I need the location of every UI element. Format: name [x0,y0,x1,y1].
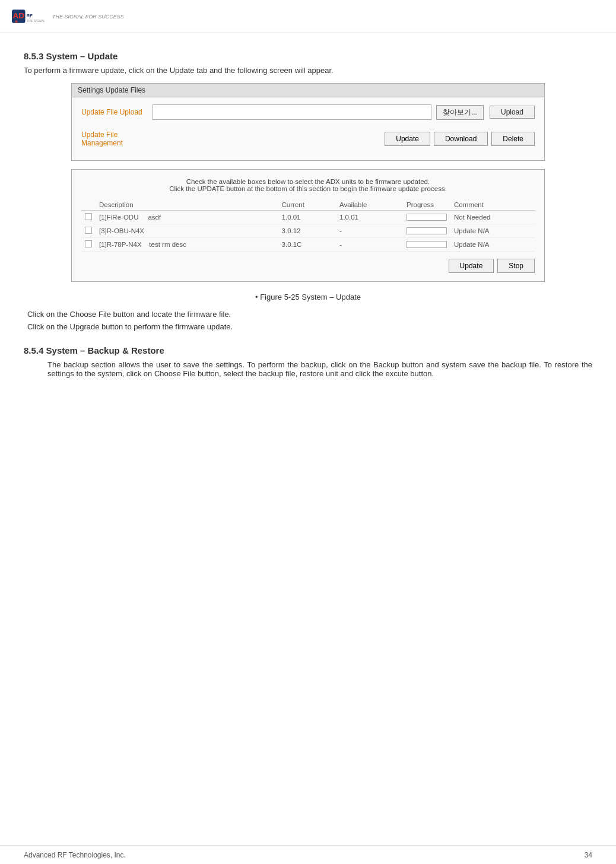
row2-comment: Update N/A [450,224,535,238]
row1-progress [403,211,450,224]
firmware-table-body: [1]FiRe-ODU asdf 1.0.01 1.0.01 Not Neede… [81,211,535,252]
row1-checkbox-cell [81,211,96,224]
row2-progress [403,224,450,238]
table-row: [1]FiRe-ODU asdf 1.0.01 1.0.01 Not Neede… [81,211,535,224]
firmware-bottom-buttons: Update Stop [81,259,535,273]
col-current: Current [278,199,336,211]
page-footer: Advanced RF Technologies, Inc. 34 [0,846,616,864]
col-progress: Progress [403,199,450,211]
row1-current: 1.0.01 [278,211,336,224]
col-checkbox [81,199,96,211]
file-input-area: 찾아보기... [153,104,484,120]
management-buttons: Update Download Delete [385,132,535,146]
row1-available: 1.0.01 [336,211,403,224]
firmware-instruction-2: Click the UPDATE button at the bottom of… [81,185,535,192]
row2-checkbox-cell [81,224,96,238]
row1-comment: Not Needed [450,211,535,224]
row3-name: [1]R-78P-N4X test rm desc [96,238,278,252]
delete-button[interactable]: Delete [491,132,535,146]
row1-progress-bar [407,214,447,221]
firmware-table: Description Current Available Progress C… [81,199,535,252]
firmware-instructions: Check the available boxes below to selec… [81,178,535,192]
section-854: 8.5.4 System – Backup & Restore The back… [24,345,592,378]
footer-page: 34 [585,851,592,859]
row3-available: - [336,238,403,252]
management-label: Update FileManagement [81,131,147,147]
firmware-update-button[interactable]: Update [449,259,494,273]
section-854-heading: 8.5.4 System – Backup & Restore [24,345,592,355]
section-854-body: The backup section allows the user to sa… [47,360,592,378]
svg-text:RF: RF [27,13,33,18]
row3-checkbox-cell [81,238,96,252]
row3-checkbox[interactable] [85,240,92,247]
file-input[interactable] [153,104,431,120]
browse-button[interactable]: 찾아보기... [436,105,484,120]
adrf-logo: AD RF THE SIGNAL [12,6,47,27]
download-button[interactable]: Download [434,132,488,146]
upload-row: Update File Upload 찾아보기... Upload [81,104,535,120]
management-row: Update FileManagement Update Download De… [81,131,535,147]
table-row: [1]R-78P-N4X test rm desc 3.0.1C - Updat… [81,238,535,252]
page-header: AD RF THE SIGNAL THE SIGNAL FOR SUCCESS [0,0,616,33]
row3-current: 3.0.1C [278,238,336,252]
row2-progress-bar [407,227,447,234]
col-description: Description [96,199,278,211]
row2-checkbox[interactable] [85,227,92,234]
logo-tagline: THE SIGNAL FOR SUCCESS [52,14,124,20]
figure-caption: Figure 5-25 System – Update [24,293,592,301]
settings-update-files-box: Settings Update Files Update File Upload… [71,83,545,161]
row1-name: [1]FiRe-ODU asdf [96,211,278,224]
col-comment: Comment [450,199,535,211]
row3-progress [403,238,450,252]
row2-available: - [336,224,403,238]
svg-text:THE SIGNAL: THE SIGNAL [27,19,45,23]
upload-button[interactable]: Upload [490,106,535,119]
main-content: 8.5.3 System – Update To perform a firmw… [0,33,616,399]
settings-box-title: Settings Update Files [72,84,544,97]
footer-company: Advanced RF Technologies, Inc. [24,851,126,859]
table-row: [3]R-OBU-N4X 3.0.12 - Update N/A [81,224,535,238]
svg-text:AD: AD [13,11,25,20]
row2-current: 3.0.12 [278,224,336,238]
section-853-intro: To perform a firmware update, click on t… [24,66,592,75]
firmware-update-box: Check the available boxes below to selec… [71,169,545,282]
body-text-2: Click on the Upgrade button to perform t… [27,322,592,331]
row3-comment: Update N/A [450,238,535,252]
body-text-1: Click on the Choose File button and loca… [27,310,592,319]
row2-name: [3]R-OBU-N4X [96,224,278,238]
row1-checkbox[interactable] [85,213,92,220]
firmware-instruction-1: Check the available boxes below to selec… [81,178,535,185]
svg-point-4 [15,20,18,23]
section-853-heading: 8.5.3 System – Update [24,51,592,61]
firmware-table-header: Description Current Available Progress C… [81,199,535,211]
col-available: Available [336,199,403,211]
settings-box-inner: Update File Upload 찾아보기... Upload Update… [72,97,544,160]
section-853: 8.5.3 System – Update To perform a firmw… [24,51,592,331]
update-file-button[interactable]: Update [385,132,430,146]
upload-label: Update File Upload [81,108,147,116]
logo-area: AD RF THE SIGNAL THE SIGNAL FOR SUCCESS [12,6,124,27]
row3-progress-bar [407,241,447,248]
stop-button[interactable]: Stop [497,259,535,273]
